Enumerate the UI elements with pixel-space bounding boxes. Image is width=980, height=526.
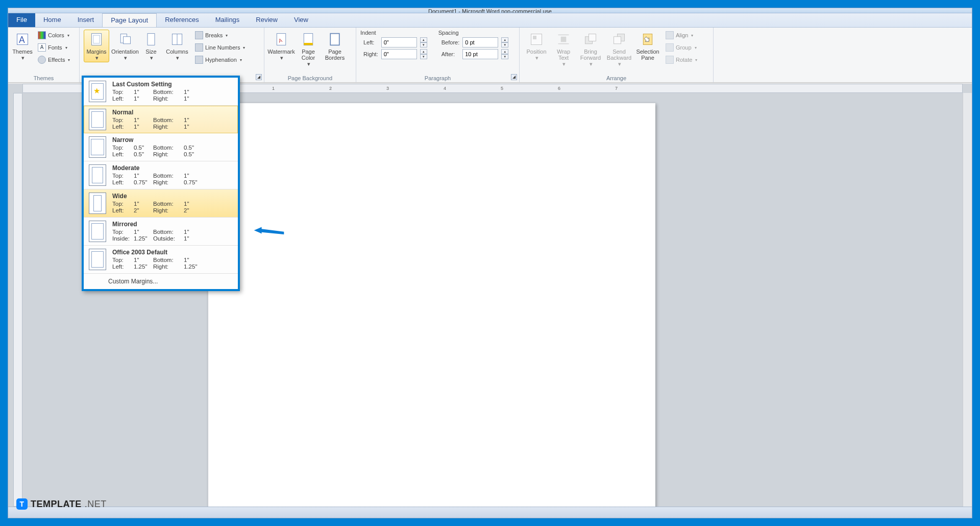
size-button[interactable]: Size▾ bbox=[141, 30, 161, 62]
fonts-icon: A bbox=[38, 43, 46, 52]
margin-thumb-icon bbox=[89, 136, 106, 158]
margin-option-normal[interactable]: NormalTop:1"Bottom:1"Left:1"Right:1" bbox=[84, 106, 238, 133]
right-label: Right: bbox=[363, 51, 378, 57]
margin-option-office-2003-default[interactable]: Office 2003 DefaultTop:1"Bottom:1"Left:1… bbox=[84, 246, 238, 274]
selection-pane-icon bbox=[640, 31, 656, 47]
line-numbers-icon bbox=[195, 43, 203, 52]
margin-thumb-icon bbox=[89, 81, 106, 102]
position-button[interactable]: Position▾ bbox=[524, 30, 549, 62]
group-page-background: AWatermark▾ Page Color▾ Page Borders Pag… bbox=[264, 28, 356, 82]
selection-pane-button[interactable]: Selection Pane bbox=[635, 30, 660, 62]
page-canvas[interactable] bbox=[208, 103, 655, 507]
margin-thumb-icon bbox=[89, 109, 106, 130]
margin-option-wide[interactable]: WideTop:1"Bottom:1"Left:2"Right:2" bbox=[84, 189, 238, 218]
themes-button[interactable]: A Themes▾ bbox=[12, 30, 33, 62]
spacing-label: Spacing bbox=[438, 30, 509, 36]
margin-option-last-custom-setting[interactable]: Last Custom SettingTop:1"Bottom:1"Left:1… bbox=[84, 78, 238, 106]
svg-rect-5 bbox=[124, 37, 131, 44]
custom-margins-option[interactable]: Custom Margins... bbox=[84, 274, 238, 289]
breaks-button[interactable]: Breaks▾ bbox=[193, 30, 247, 41]
spacing-before-input[interactable] bbox=[462, 37, 498, 47]
ruler-mark: 7 bbox=[615, 86, 618, 91]
margin-option-title: Mirrored bbox=[112, 221, 233, 228]
effects-button[interactable]: Effects▾ bbox=[36, 54, 72, 65]
watermark-brand: T TEMPLATE.NET bbox=[16, 498, 107, 510]
spacing-after-spinner[interactable]: ▲▼ bbox=[501, 49, 508, 59]
ruler-mark: 5 bbox=[501, 86, 503, 91]
group-label-themes: Themes bbox=[8, 75, 79, 81]
indent-left-spinner[interactable]: ▲▼ bbox=[420, 37, 427, 47]
template-logo-icon: T bbox=[16, 498, 28, 510]
margin-option-title: Wide bbox=[112, 193, 233, 200]
watermark-button[interactable]: AWatermark▾ bbox=[268, 30, 294, 62]
margin-thumb-icon bbox=[89, 249, 106, 270]
group-arrange: Position▾ Wrap Text▾ Bring Forward▾ Send… bbox=[520, 28, 714, 82]
orientation-icon bbox=[117, 31, 133, 47]
bring-forward-button[interactable]: Bring Forward▾ bbox=[578, 30, 603, 68]
tab-home[interactable]: Home bbox=[35, 13, 69, 27]
columns-icon bbox=[169, 31, 185, 47]
page-color-button[interactable]: Page Color▾ bbox=[297, 30, 320, 68]
tab-file[interactable]: File bbox=[8, 13, 35, 27]
indent-right-input[interactable] bbox=[381, 49, 417, 59]
margin-option-mirrored[interactable]: MirroredTop:1"Bottom:1"Inside:1.25"Outsi… bbox=[84, 218, 238, 246]
send-backward-button[interactable]: Send Backward▾ bbox=[606, 30, 632, 68]
rotate-button[interactable]: Rotate▾ bbox=[664, 54, 699, 65]
spacing-after-input[interactable] bbox=[462, 49, 498, 59]
after-label: After: bbox=[442, 51, 459, 57]
window-title: Document1 - Microsoft Word non-commercia… bbox=[428, 8, 552, 13]
fonts-button[interactable]: AFonts▾ bbox=[36, 42, 72, 53]
colors-button[interactable]: Colors▾ bbox=[36, 30, 72, 41]
margin-option-title: Normal bbox=[112, 109, 233, 116]
indent-right-spinner[interactable]: ▲▼ bbox=[420, 49, 427, 59]
hyphenation-button[interactable]: Hyphenation▾ bbox=[193, 54, 247, 65]
vertical-ruler[interactable] bbox=[13, 93, 22, 507]
group-label-paragraph: Paragraph bbox=[356, 75, 519, 81]
tab-view[interactable]: View bbox=[286, 13, 316, 27]
before-label: Before: bbox=[442, 39, 459, 45]
rotate-icon bbox=[666, 56, 674, 64]
tab-insert[interactable]: Insert bbox=[69, 13, 103, 27]
svg-rect-20 bbox=[589, 34, 596, 41]
spacing-before-spinner[interactable]: ▲▼ bbox=[501, 37, 508, 47]
page-borders-button[interactable]: Page Borders bbox=[323, 30, 347, 62]
ruler-mark: 4 bbox=[444, 86, 446, 91]
margin-option-moderate[interactable]: ModerateTop:1"Bottom:1"Left:0.75"Right:0… bbox=[84, 161, 238, 189]
svg-rect-6 bbox=[148, 34, 155, 45]
svg-rect-15 bbox=[533, 36, 536, 39]
colors-icon bbox=[38, 31, 46, 39]
ruler-mark: 2 bbox=[329, 86, 332, 91]
tab-review[interactable]: Review bbox=[248, 13, 286, 27]
margin-thumb-icon bbox=[89, 164, 106, 186]
margins-button[interactable]: Margins▾ bbox=[84, 30, 109, 62]
vertical-scrollbar[interactable] bbox=[963, 93, 972, 507]
bring-forward-icon bbox=[582, 31, 599, 47]
tab-page-layout[interactable]: Page Layout bbox=[102, 13, 157, 27]
hyphenation-icon bbox=[195, 56, 203, 64]
status-bar bbox=[8, 507, 972, 518]
group-objects-button[interactable]: Group▾ bbox=[664, 42, 699, 53]
ruler-mark: 3 bbox=[386, 86, 389, 91]
group-label-arrange: Arrange bbox=[520, 75, 713, 81]
group-themes: A Themes▾ Colors▾ AFonts▾ Effects▾ Theme… bbox=[8, 28, 80, 82]
tab-references[interactable]: References bbox=[157, 13, 207, 27]
ruler-mark: 6 bbox=[558, 86, 560, 91]
indent-left-input[interactable] bbox=[381, 37, 417, 47]
ribbon: A Themes▾ Colors▾ AFonts▾ Effects▾ Theme… bbox=[8, 28, 972, 83]
line-numbers-button[interactable]: Line Numbers▾ bbox=[193, 42, 247, 53]
orientation-button[interactable]: Orientation▾ bbox=[112, 30, 138, 62]
columns-button[interactable]: Columns▾ bbox=[164, 30, 190, 62]
align-button[interactable]: Align▾ bbox=[664, 30, 699, 41]
wrap-text-button[interactable]: Wrap Text▾ bbox=[552, 30, 575, 68]
margins-dropdown: Last Custom SettingTop:1"Bottom:1"Left:1… bbox=[82, 76, 240, 291]
effects-icon bbox=[38, 56, 46, 64]
margin-thumb-icon bbox=[89, 193, 106, 214]
svg-rect-13 bbox=[330, 34, 339, 45]
tab-mailings[interactable]: Mailings bbox=[207, 13, 248, 27]
margin-option-narrow[interactable]: NarrowTop:0.5"Bottom:0.5"Left:0.5"Right:… bbox=[84, 133, 238, 161]
svg-rect-22 bbox=[614, 37, 621, 44]
watermark-text: TEMPLATE bbox=[31, 499, 82, 510]
page-color-icon bbox=[300, 31, 316, 47]
size-icon bbox=[143, 31, 159, 47]
breaks-icon bbox=[195, 31, 203, 39]
